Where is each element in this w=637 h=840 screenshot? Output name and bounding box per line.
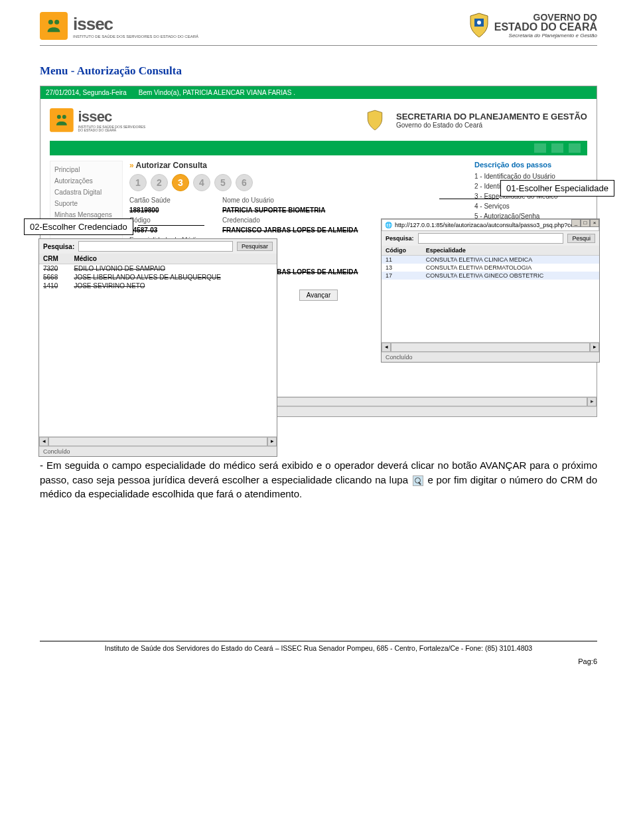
nav-user-icon[interactable] xyxy=(569,143,581,153)
step-indicator: 1 2 3 4 5 6 xyxy=(129,174,468,191)
app-sec-sub: Governo do Estado do Ceará xyxy=(396,122,587,129)
pesq-button[interactable]: Pesquisar xyxy=(237,242,273,251)
sidebar-item[interactable]: Principal xyxy=(54,164,118,175)
issec-logo-text: issec xyxy=(73,14,198,35)
popup-medico: Pesquisa: Pesquisar CRMMédico 7320EDILO … xyxy=(38,238,277,457)
popup-especialidade: _□× 🌐 Pesquisa: Pesqui CódigoEspecialida… xyxy=(381,218,600,363)
col-crm: CRM xyxy=(39,254,70,264)
app-shield-icon xyxy=(366,109,384,131)
table-row[interactable]: 13CONSULTA ELETIVA DERMATOLOGIA xyxy=(382,264,599,272)
svg-point-5 xyxy=(62,115,66,119)
pesq-label-r: Pesquisa: xyxy=(386,235,414,242)
topbar-welcome: Bem Vindo(a), PATRICIA ALENCAR VIANA FAR… xyxy=(139,89,295,96)
doc-header: issec INSTITUTO DE SAÚDE DOS SERVIDORES … xyxy=(0,0,637,44)
sidebar-item[interactable]: Suporte xyxy=(54,198,118,209)
footer-text: Instituto de Saúde dos Servidores do Est… xyxy=(40,644,597,652)
label-cartao: Cartão Saúde xyxy=(129,197,216,204)
callout-left: 02-Escolher Credenciado xyxy=(24,218,133,235)
sidebar-item[interactable]: Cadastra Digital xyxy=(54,187,118,198)
app-navbar xyxy=(50,141,587,155)
addr-bar[interactable] xyxy=(395,220,596,230)
steps-desc-item: 4 - Serviços xyxy=(474,201,587,211)
val-nome-usu: PATRICIA SUPORTE BIOMETRIA xyxy=(222,207,468,214)
table-row[interactable]: 7320EDILO LIVONIO DE SAMPAIO xyxy=(39,264,277,274)
lupa-inline-icon xyxy=(413,475,423,486)
svg-point-3 xyxy=(477,21,481,25)
callout-left-line xyxy=(138,225,204,226)
nav-home-icon[interactable] xyxy=(534,143,546,153)
svg-point-1 xyxy=(54,20,59,25)
pesq-button-r[interactable]: Pesqui xyxy=(567,234,595,243)
nav-mail-icon[interactable] xyxy=(551,143,563,153)
val-cartao: 18819800 xyxy=(129,207,216,214)
svg-point-4 xyxy=(57,115,61,119)
popup-r-status: Concluído xyxy=(382,352,599,362)
app-issec-icon xyxy=(50,108,74,132)
table-row[interactable]: 11CONSULTA ELETIVA CLINICA MEDICA xyxy=(382,256,599,264)
label-nome-usu: Nome do Usuário xyxy=(222,197,468,204)
popup-status: Concluído xyxy=(39,446,277,456)
step-3: 3 xyxy=(172,174,189,191)
col-medico: Médico xyxy=(70,254,277,264)
popup-scrollbar[interactable]: ◂▸ xyxy=(39,436,277,446)
svg-point-0 xyxy=(48,20,53,25)
window-controls[interactable]: _□× xyxy=(571,219,599,227)
label-codigo: Código xyxy=(129,216,216,224)
callout-right: 01-Escolher Especialidade xyxy=(500,180,614,197)
val-codigo: 14587-03 xyxy=(129,226,216,234)
table-row[interactable]: 5668JOSE LIBERLANDO ALVES DE ALBUQUERQUE xyxy=(39,273,277,282)
col-esp: Especialidade xyxy=(422,246,599,256)
pesq-input[interactable] xyxy=(78,241,233,252)
step-5: 5 xyxy=(214,174,232,191)
step-1: 1 xyxy=(129,174,147,191)
app-issec-text: issec xyxy=(78,108,146,125)
step-6: 6 xyxy=(236,174,253,191)
table-row[interactable]: 1410JOSE SEVIRINO NETO xyxy=(39,282,277,290)
page-number: Pag:6 xyxy=(40,657,597,665)
col-codigo: Código xyxy=(382,246,422,256)
pesq-label: Pesquisa: xyxy=(43,243,74,250)
topbar-date: 27/01/2014, Segunda-Feira xyxy=(46,89,127,96)
step-2: 2 xyxy=(151,174,168,191)
avancar-button[interactable]: Avançar xyxy=(299,290,338,301)
pesq-input-r[interactable] xyxy=(418,233,564,244)
app-issec-sub: INSTITUTO DE SAÚDE DOS SERVIDORESDO ESTA… xyxy=(78,126,146,132)
section-title: Menu - Autorização Consulta xyxy=(40,64,597,78)
popup-r-scrollbar[interactable]: ◂▸ xyxy=(382,342,599,352)
table-row[interactable]: 17CONSULTA ELETIVA GINECO OBSTETRIC xyxy=(382,272,599,280)
gov-sub: Secretaria do Planejamento e Gestão xyxy=(494,33,597,39)
app-sec-title: SECRETARIA DO PLANEJAMENTO E GESTÃO xyxy=(396,112,587,122)
sidebar-item[interactable]: Autorizações xyxy=(54,175,118,187)
header-rule xyxy=(40,45,597,46)
callout-right-line xyxy=(439,199,499,199)
steps-desc-title: Descrição dos passos xyxy=(474,161,587,169)
main-title: » Autorizar Consulta xyxy=(129,161,468,170)
globe-icon: 🌐 xyxy=(385,222,392,228)
issec-logo-icon xyxy=(40,12,68,40)
step-4: 4 xyxy=(193,174,210,191)
gov-line2: ESTADO DO CEARÁ xyxy=(494,21,597,33)
footer-rule xyxy=(40,641,597,641)
issec-logo-sub: INSTITUTO DE SAÚDE DOS SERVIDORES DO EST… xyxy=(73,35,198,39)
app-topbar: 27/01/2014, Segunda-Feira Bem Vindo(a), … xyxy=(40,86,597,99)
ceara-shield-icon xyxy=(468,12,490,39)
